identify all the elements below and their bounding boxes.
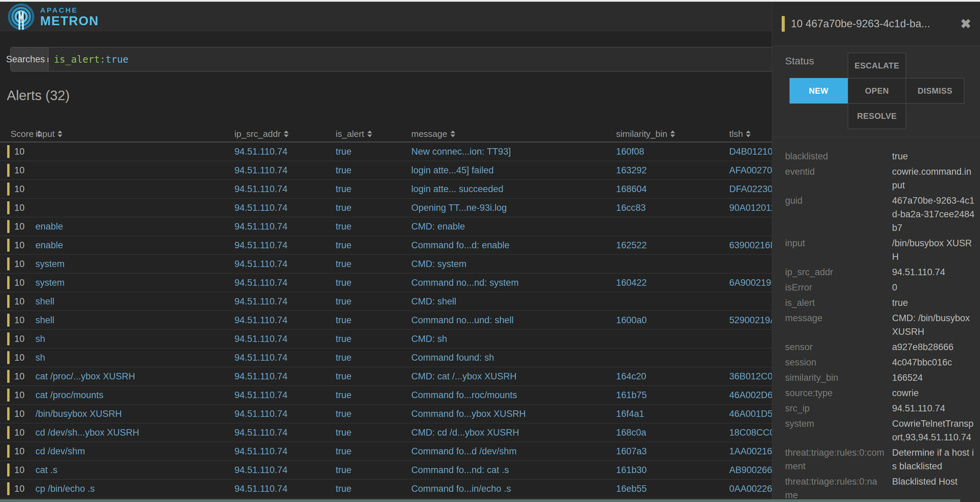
is-alert-cell[interactable]: true xyxy=(336,409,411,419)
message-cell[interactable]: New connec...ion: TT93] xyxy=(411,146,616,157)
message-cell[interactable]: CMD: cd /d...ybox XUSRH xyxy=(411,427,616,438)
input-cell[interactable]: cat /proc/mounts xyxy=(35,390,234,400)
message-cell[interactable]: Command no...und: shell xyxy=(411,315,616,326)
column-header-ip_src_addr[interactable]: ip_src_addr xyxy=(234,129,336,139)
input-cell[interactable]: sh xyxy=(35,334,234,344)
input-cell[interactable]: cd /dev/sh...ybox XUSRH xyxy=(35,427,234,438)
close-icon[interactable]: ✖ xyxy=(960,17,971,30)
message-cell[interactable]: Command found: sh xyxy=(411,353,616,363)
similarity-bin-cell[interactable]: 161b75 xyxy=(616,390,729,400)
message-cell[interactable]: Command fo...d /dev/shm xyxy=(411,446,616,457)
similarity-bin-cell[interactable]: 1607a3 xyxy=(616,446,729,457)
is-alert-cell[interactable]: true xyxy=(336,446,411,457)
input-cell[interactable]: enable xyxy=(35,240,234,251)
column-header-input[interactable]: input xyxy=(35,129,234,139)
is-alert-cell[interactable]: true xyxy=(336,315,411,326)
ip-src-addr-cell[interactable]: 94.51.110.74 xyxy=(234,446,336,457)
is-alert-cell[interactable]: true xyxy=(336,353,411,363)
message-cell[interactable]: Command fo...d: enable xyxy=(411,240,616,251)
is-alert-cell[interactable]: true xyxy=(336,259,411,269)
is-alert-cell[interactable]: true xyxy=(336,184,411,194)
similarity-bin-cell[interactable]: 16f4a1 xyxy=(616,409,729,419)
ip-src-addr-cell[interactable]: 94.51.110.74 xyxy=(234,353,336,363)
is-alert-cell[interactable]: true xyxy=(336,221,411,232)
ip-src-addr-cell[interactable]: 94.51.110.74 xyxy=(234,315,336,326)
message-cell[interactable]: Command fo...nd: cat .s xyxy=(411,465,616,475)
similarity-bin-cell[interactable]: 168604 xyxy=(616,184,729,194)
similarity-bin-cell[interactable]: 1600a0 xyxy=(616,315,729,326)
message-cell[interactable]: CMD: cat /...ybox XUSRH xyxy=(411,371,616,382)
similarity-bin-cell[interactable]: 163292 xyxy=(616,165,729,176)
is-alert-cell[interactable]: true xyxy=(336,371,411,382)
open-button[interactable]: OPEN xyxy=(848,78,906,103)
input-cell[interactable]: cd /dev/shm xyxy=(35,446,234,457)
ip-src-addr-cell[interactable]: 94.51.110.74 xyxy=(234,484,336,494)
ip-src-addr-cell[interactable]: 94.51.110.74 xyxy=(234,390,336,400)
ip-src-addr-cell[interactable]: 94.51.110.74 xyxy=(234,465,336,475)
is-alert-cell[interactable]: true xyxy=(336,390,411,400)
ip-src-addr-cell[interactable]: 94.51.110.74 xyxy=(234,409,336,419)
input-cell[interactable]: cat .s xyxy=(35,465,234,475)
ip-src-addr-cell[interactable]: 94.51.110.74 xyxy=(234,203,336,213)
message-cell[interactable]: Command fo...roc/mounts xyxy=(411,390,616,400)
similarity-bin-cell[interactable]: 168c0a xyxy=(616,427,729,438)
ip-src-addr-cell[interactable]: 94.51.110.74 xyxy=(234,371,336,382)
input-cell[interactable]: cat /proc/...ybox XUSRH xyxy=(35,371,234,382)
ip-src-addr-cell[interactable]: 94.51.110.74 xyxy=(234,240,336,251)
dismiss-button[interactable]: DISMISS xyxy=(906,78,964,103)
input-cell[interactable]: cp /bin/echo .s xyxy=(35,484,234,494)
similarity-bin-cell[interactable]: 162522 xyxy=(616,240,729,251)
is-alert-cell[interactable]: true xyxy=(336,165,411,176)
similarity-bin-cell[interactable]: 161b30 xyxy=(616,465,729,475)
is-alert-cell[interactable]: true xyxy=(336,334,411,344)
horizontal-scrollbar-thumb[interactable] xyxy=(0,499,960,502)
is-alert-cell[interactable]: true xyxy=(336,240,411,251)
ip-src-addr-cell[interactable]: 94.51.110.74 xyxy=(234,259,336,269)
input-cell[interactable]: shell xyxy=(35,296,234,307)
similarity-bin-cell[interactable]: 160422 xyxy=(616,278,729,288)
resolve-button[interactable]: RESOLVE xyxy=(848,103,906,129)
ip-src-addr-cell[interactable]: 94.51.110.74 xyxy=(234,221,336,232)
message-cell[interactable]: login atte...45] failed xyxy=(411,165,616,176)
message-cell[interactable]: CMD: enable xyxy=(411,221,616,232)
similarity-bin-cell[interactable]: 164c20 xyxy=(616,371,729,382)
message-cell[interactable]: CMD: shell xyxy=(411,296,616,307)
is-alert-cell[interactable]: true xyxy=(336,146,411,157)
input-cell[interactable]: system xyxy=(35,259,234,269)
message-cell[interactable]: Command no...nd: system xyxy=(411,278,616,288)
new-button[interactable]: NEW xyxy=(789,78,848,103)
is-alert-cell[interactable]: true xyxy=(336,484,411,494)
message-cell[interactable]: Command fo...ybox XUSRH xyxy=(411,409,616,419)
message-cell[interactable]: CMD: system xyxy=(411,259,616,269)
input-cell[interactable]: /bin/busybox XUSRH xyxy=(35,409,234,419)
ip-src-addr-cell[interactable]: 94.51.110.74 xyxy=(234,184,336,194)
message-cell[interactable]: Opening TT...ne-93i.log xyxy=(411,203,616,213)
ip-src-addr-cell[interactable]: 94.51.110.74 xyxy=(234,165,336,176)
ip-src-addr-cell[interactable]: 94.51.110.74 xyxy=(234,296,336,307)
column-header-score[interactable]: Score xyxy=(0,129,35,139)
is-alert-cell[interactable]: true xyxy=(336,465,411,475)
similarity-bin-cell[interactable]: 16eb55 xyxy=(616,484,729,494)
searches-dropdown-button[interactable]: Searches ▶ xyxy=(10,47,48,71)
input-cell[interactable]: enable xyxy=(35,221,234,232)
message-cell[interactable]: login atte... succeeded xyxy=(411,184,616,194)
ip-src-addr-cell[interactable]: 94.51.110.74 xyxy=(234,146,336,157)
is-alert-cell[interactable]: true xyxy=(336,278,411,288)
ip-src-addr-cell[interactable]: 94.51.110.74 xyxy=(234,334,336,344)
ip-src-addr-cell[interactable]: 94.51.110.74 xyxy=(234,278,336,288)
column-header-similarity_bin[interactable]: similarity_bin xyxy=(616,129,729,139)
column-header-is_alert[interactable]: is_alert xyxy=(336,129,411,139)
escalate-button[interactable]: ESCALATE xyxy=(848,53,906,78)
message-cell[interactable]: Command fo...in/echo .s xyxy=(411,484,616,494)
ip-src-addr-cell[interactable]: 94.51.110.74 xyxy=(234,427,336,438)
column-header-message[interactable]: message xyxy=(411,129,616,139)
similarity-bin-cell[interactable]: 160f08 xyxy=(616,146,729,157)
is-alert-cell[interactable]: true xyxy=(336,296,411,307)
input-cell[interactable]: shell xyxy=(35,315,234,326)
input-cell[interactable]: system xyxy=(35,278,234,288)
input-cell[interactable]: sh xyxy=(35,353,234,363)
is-alert-cell[interactable]: true xyxy=(336,427,411,438)
is-alert-cell[interactable]: true xyxy=(336,203,411,213)
similarity-bin-cell[interactable]: 16cc83 xyxy=(616,203,729,213)
message-cell[interactable]: CMD: sh xyxy=(411,334,616,344)
